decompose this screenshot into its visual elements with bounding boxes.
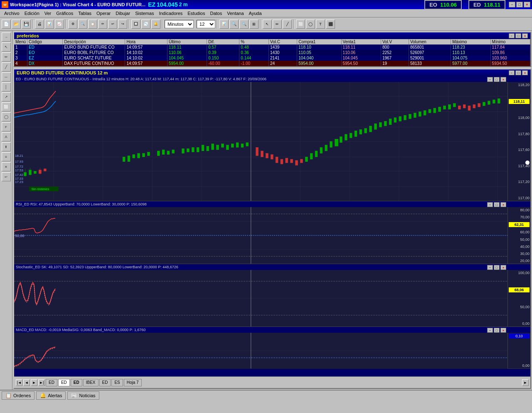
tab-ed-4[interactable]: ED — [99, 379, 111, 386]
sidebar-vline-button[interactable]: │ — [2, 82, 11, 92]
tb-btn2[interactable]: 📊 — [45, 20, 54, 29]
chart-minimize[interactable]: − — [509, 70, 515, 75]
tab-hoja7[interactable]: Hoja 7 — [124, 379, 142, 386]
menu-ventana[interactable]: Ventana — [224, 10, 246, 17]
tab-ed-1[interactable]: ED — [46, 379, 57, 386]
rsi-min[interactable]: − — [487, 202, 493, 207]
nav-next[interactable]: ► — [31, 379, 37, 386]
status-ordenes[interactable]: 📋 Ordenes — [2, 391, 34, 400]
tb-line[interactable]: ╱ — [283, 20, 292, 29]
tb-pen[interactable]: ✏ — [273, 20, 282, 29]
macd-chart[interactable]: MACD_ED MACD: -0,0019 MediaSIG: 0,0063 B… — [14, 327, 530, 369]
stoch-max[interactable]: □ — [494, 265, 500, 270]
menu-dibujar[interactable]: Dibujar — [113, 10, 133, 17]
tb-other3[interactable]: T — [316, 20, 325, 29]
rsi-chart[interactable]: RSI_ED RSI: 47,8543 UppperBand: 70,0000 … — [14, 201, 530, 264]
rsi-max[interactable]: □ — [494, 202, 500, 207]
stoch-min[interactable]: − — [487, 265, 493, 270]
maximize-button[interactable]: □ — [516, 2, 523, 7]
tab-es[interactable]: ES — [111, 379, 123, 386]
tb-zoom-fit[interactable]: ⊞ — [249, 20, 259, 29]
menu-indicadores[interactable]: Indicadores — [156, 10, 185, 17]
chart-panel-max[interactable]: □ — [494, 77, 500, 82]
tab-ed-2[interactable]: ED — [58, 379, 70, 386]
menu-operar[interactable]: Operar — [94, 10, 113, 17]
tb-btn3[interactable]: 📈 — [55, 20, 64, 29]
sidebar-text-button[interactable]: A — [2, 132, 11, 141]
watchlist-minimize[interactable]: − — [509, 33, 515, 38]
tb-zoom-out[interactable]: 🔍 — [239, 20, 249, 29]
stoch-chart[interactable]: Stochastic_ED SK: 49,1071 SD: 52,3923 Up… — [14, 264, 530, 327]
menu-edicion[interactable]: Edición — [22, 10, 42, 17]
period-select[interactable]: 12 5 15 30 60 — [197, 20, 215, 28]
tb-other2[interactable]: ◯ — [306, 20, 315, 29]
status-noticias[interactable]: 📰 Noticias — [67, 391, 99, 400]
minimize-button[interactable]: − — [509, 2, 515, 7]
table-row[interactable]: 3EZEURO SCHATZ FUTURE14:10:02104.0450.15… — [14, 55, 530, 61]
tb-open-button[interactable]: 📂 — [12, 20, 21, 29]
sidebar-cursor-button[interactable]: ↖ — [2, 42, 11, 52]
sidebar-hline-button[interactable]: ─ — [2, 72, 11, 82]
sidebar-arrow-button[interactable]: → — [2, 32, 11, 42]
tb-cursor[interactable]: ↖ — [263, 20, 272, 29]
tb-btn5[interactable]: 🔍 — [78, 20, 87, 29]
main-price-chart[interactable]: ED - EURO BUND FUTURE CONTINUOUS - Intra… — [14, 76, 530, 201]
menu-ver[interactable]: Ver — [42, 10, 54, 17]
tab-scroll[interactable]: ► — [522, 379, 529, 386]
tab-ibex[interactable]: IBEX — [83, 379, 99, 386]
menu-ayuda[interactable]: Ayuda — [246, 10, 264, 17]
rsi-svg[interactable]: 50,00 — [14, 207, 507, 264]
timeframe-select[interactable]: Minutos Horas Días — [165, 20, 194, 28]
close-button[interactable]: × — [524, 2, 530, 7]
macd-max[interactable]: □ — [494, 328, 500, 333]
chart-restore[interactable]: □ — [515, 70, 521, 75]
macd-svg[interactable] — [14, 333, 507, 368]
sidebar-line-button[interactable]: ╱ — [2, 62, 11, 72]
tb-zoom-in[interactable]: 🔍 — [229, 20, 239, 29]
chart-panel-close[interactable]: × — [500, 77, 506, 82]
tb-btn4[interactable]: ⚙ — [68, 20, 77, 29]
sidebar-undo-button[interactable]: ↩ — [2, 172, 11, 181]
tb-save-button[interactable]: 💾 — [22, 20, 31, 29]
watchlist-close[interactable]: × — [522, 33, 528, 38]
tab-ed-3[interactable]: ED — [71, 379, 82, 386]
menu-sistemas[interactable]: Sistemas — [133, 10, 156, 17]
stoch-svg[interactable] — [14, 270, 507, 326]
stoch-close[interactable]: × — [500, 265, 506, 270]
tb-other1[interactable]: ⬜ — [296, 20, 305, 29]
tb-btn10[interactable]: 🔲 — [131, 20, 140, 29]
macd-close[interactable]: × — [500, 328, 506, 333]
tb-btn12[interactable]: 🔔 — [151, 20, 160, 29]
macd-min[interactable]: − — [487, 328, 493, 333]
nav-prev[interactable]: ◄ — [23, 379, 30, 386]
tb-btn9[interactable]: ↪ — [118, 20, 127, 29]
chart-panel-min[interactable]: − — [487, 77, 493, 82]
tb-print-button[interactable]: 🖨 — [35, 20, 44, 29]
sidebar-rect-button[interactable]: ⬜ — [2, 102, 11, 111]
sidebar-circle-button[interactable]: ◯ — [2, 112, 11, 121]
sidebar-channel-button[interactable]: ≡ — [2, 152, 11, 161]
menu-datos[interactable]: Datos — [207, 10, 224, 17]
status-alertas[interactable]: 🔔 Alertas — [36, 391, 66, 400]
sidebar-pen-button[interactable]: ✏ — [2, 52, 11, 62]
menu-archivo[interactable]: Archivo — [2, 10, 22, 17]
menu-estudios[interactable]: Estudios — [185, 10, 207, 17]
main-chart-svg[interactable]: 17.53 17.42 17.33 17.23 17.72 17.93 18.2… — [14, 82, 507, 201]
nav-last[interactable]: ►| — [38, 379, 45, 386]
menu-tablas[interactable]: Tablas — [76, 10, 94, 17]
rsi-close[interactable]: × — [500, 202, 506, 207]
table-row[interactable]: 2EOEURO BOBL FUTURE CO14:10:02110.060.39… — [14, 50, 530, 55]
tb-chart-type1[interactable]: 📊 — [219, 20, 229, 29]
menu-graficos[interactable]: Gráficos — [54, 10, 76, 17]
tb-btn8[interactable]: ↩ — [108, 20, 117, 29]
sidebar-delete-button[interactable]: ✕ — [2, 162, 11, 171]
tb-btn11[interactable]: 📉 — [141, 20, 150, 29]
watchlist-maximize[interactable]: □ — [515, 33, 521, 38]
sidebar-fib-button[interactable]: F — [2, 122, 11, 131]
tb-other4[interactable]: ⬛ — [326, 20, 335, 29]
tb-btn6[interactable]: 📋 — [88, 20, 97, 29]
tb-new-button[interactable]: 📄 — [2, 20, 11, 29]
tb-btn7[interactable]: ✏ — [98, 20, 107, 29]
chart-close[interactable]: × — [522, 70, 528, 75]
nav-first[interactable]: |◄ — [16, 379, 22, 386]
